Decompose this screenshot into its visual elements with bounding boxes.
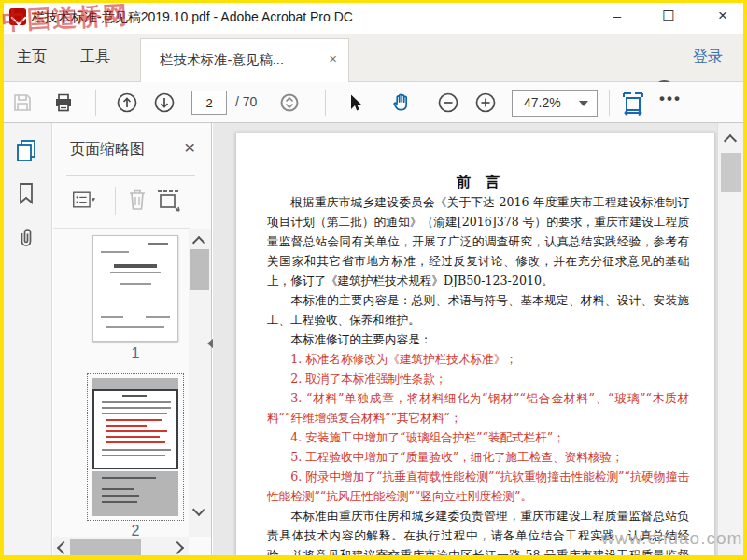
tab-bar: 主页 工具 栏技术标准-意见稿... × ? 登录 — [0, 34, 747, 82]
fit-width-icon[interactable] — [620, 90, 646, 116]
thumb-deco — [92, 389, 178, 469]
doc-paragraph: 4. 安装施工中增加了“玻璃组合护栏”“装配式栏杆”； — [267, 427, 689, 447]
doc-paragraph: 6. 附录中增加了“抗垂直荷载性能检测”“抗软重物撞击性能检测”“抗硬物撞击性能… — [267, 467, 689, 506]
doc-paragraph: 2. 取消了本标准强制性条款； — [267, 369, 689, 388]
toolbar-separator — [325, 90, 326, 116]
thumbnail-options-icon[interactable] — [72, 188, 96, 212]
thumb-deco — [148, 243, 168, 245]
zoom-out-icon[interactable] — [437, 91, 459, 114]
thumb-deco — [92, 471, 178, 516]
doc-paragraph: 本标准修订的主要内容是： — [267, 329, 689, 349]
toolbar-separator — [609, 90, 610, 116]
thumb-deco — [92, 378, 178, 389]
hand-tool-icon[interactable] — [390, 91, 413, 114]
page-spinner-icon[interactable] — [280, 93, 299, 112]
main-toolbar: / 70 47.2% ••• — [0, 82, 747, 123]
panel-scrollbar-thumb[interactable] — [190, 249, 209, 290]
doc-paragraph: 根据重庆市城乡建设委员会《关于下达 2016 年度重庆市工程建设标准制订项目计划… — [267, 192, 689, 290]
panel-divider — [66, 175, 195, 176]
panel-close-icon[interactable]: × — [184, 136, 195, 159]
zoom-level-value: 47.2% — [524, 95, 561, 110]
zoom-level-dropdown[interactable]: 47.2% — [512, 90, 598, 117]
navigation-pane-strip — [0, 123, 52, 560]
thumb-deco — [114, 264, 157, 268]
panel-vertical-scrollbar[interactable] — [189, 229, 211, 537]
page-total-label: / 70 — [235, 94, 257, 109]
toolbar-separator — [95, 90, 96, 116]
stamp-watermark: 中国道桥网 — [1, 0, 129, 38]
tab-close-icon[interactable]: × — [329, 50, 337, 66]
page-thumbnails-icon[interactable] — [14, 138, 38, 162]
select-tool-icon[interactable] — [344, 91, 366, 114]
save-icon[interactable] — [11, 91, 34, 114]
window-minimize-button[interactable]: – — [595, 0, 640, 34]
previous-page-icon[interactable] — [116, 91, 138, 114]
doc-paragraph: 5. 工程验收中增加了“质量验收”，细化了施工检查、资料核验； — [267, 447, 689, 467]
doc-paragraph: 3. “材料”单独成章，将材料细化为“钢材”“铝合金材料”、“玻璃”“木质材料”… — [267, 388, 689, 427]
scroll-down-icon[interactable] — [192, 503, 205, 516]
delete-pages-icon[interactable] — [126, 187, 148, 213]
site-watermark: www.cndao.com — [601, 528, 742, 549]
more-options-icon[interactable]: ••• — [659, 90, 682, 108]
sign-in-button[interactable]: 登录 — [693, 48, 723, 67]
resize-pages-icon[interactable] — [156, 188, 182, 212]
scroll-up-icon[interactable] — [192, 236, 205, 249]
panel-divider — [53, 228, 190, 229]
window-close-button[interactable]: × — [700, 0, 745, 34]
doc-paragraph: 1. 标准名称修改为《建筑护栏技术标准》； — [267, 349, 689, 369]
bookmarks-icon[interactable] — [14, 181, 38, 205]
scroll-left-icon[interactable] — [57, 541, 70, 554]
document-viewer: 前 言 根据重庆市城乡建设委员会《关于下达 2016 年度重庆市工程建设标准制订… — [213, 123, 747, 560]
tab-document-label: 栏技术标准-意见稿... — [160, 51, 284, 69]
panel-separator — [115, 187, 116, 215]
pdf-page: 前 言 根据重庆市城乡建设委员会《关于下达 2016 年度重庆市工程建设标准制订… — [235, 133, 715, 560]
page-thumbnail-2[interactable] — [87, 373, 184, 521]
content-area: 页面缩略图 × — [0, 123, 747, 560]
zoom-in-icon[interactable] — [474, 91, 497, 114]
print-icon[interactable] — [52, 91, 75, 114]
panel-scrollbar-thumb[interactable] — [70, 539, 141, 556]
page-thumbnails-panel: 页面缩略图 × — [53, 123, 212, 560]
scroll-right-icon[interactable] — [171, 541, 184, 554]
thumb-deco — [106, 326, 164, 328]
panel-toolbar — [53, 183, 212, 220]
document-heading: 前 言 — [267, 173, 689, 192]
page-thumbnail-1-label: 1 — [92, 345, 178, 362]
thumb-deco — [120, 283, 151, 285]
thumb-deco — [101, 251, 129, 253]
panel-horizontal-scrollbar[interactable] — [53, 537, 189, 559]
panel-title: 页面缩略图 — [70, 140, 145, 160]
tab-tools[interactable]: 工具 — [80, 48, 110, 67]
next-page-icon[interactable] — [153, 91, 176, 114]
window-maximize-button[interactable]: ☐ — [646, 0, 691, 34]
attachments-icon[interactable] — [14, 226, 38, 250]
document-vertical-scrollbar[interactable] — [717, 123, 743, 560]
thumb-deco — [146, 316, 170, 318]
thumb-deco — [110, 272, 161, 273]
doc-paragraphs: 根据重庆市城乡建设委员会《关于下达 2016 年度重庆市工程建设标准制订项目计划… — [267, 192, 689, 560]
chevron-down-icon — [579, 101, 588, 106]
document-scrollbar-thumb[interactable] — [721, 153, 741, 192]
doc-paragraph: 本标准的主要内容是：总则、术语与符号、基本规定、材料、设计、安装施工、工程验收、… — [267, 290, 689, 329]
page-number-input[interactable] — [191, 91, 227, 115]
scroll-up-icon[interactable] — [724, 134, 737, 147]
tab-document[interactable]: 栏技术标准-意见稿... × — [140, 38, 349, 82]
thumb-deco — [101, 316, 123, 318]
page-thumbnail-1[interactable] — [92, 235, 178, 342]
tab-home[interactable]: 主页 — [17, 48, 47, 67]
